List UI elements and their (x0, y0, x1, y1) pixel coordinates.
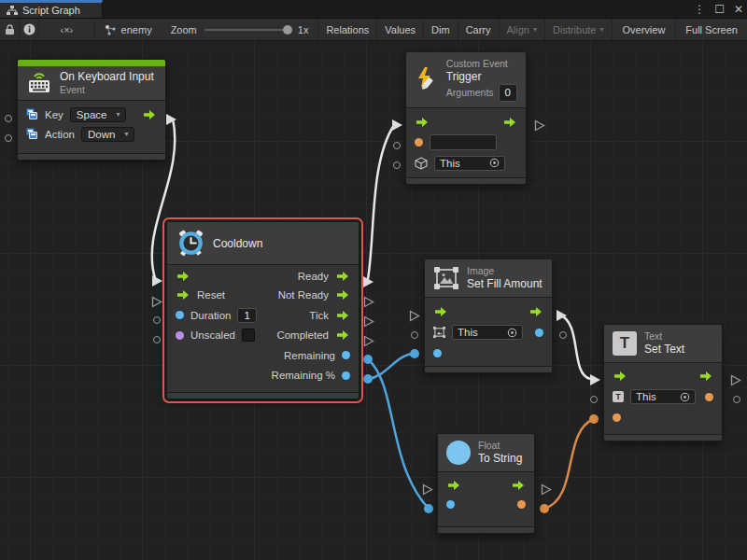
port-flow-in[interactable] (409, 310, 420, 322)
float-port-dot[interactable] (342, 351, 350, 359)
text-value-port-dot[interactable] (613, 413, 621, 422)
node-float-to-string[interactable]: Float To String (437, 433, 535, 534)
port-target-input[interactable] (393, 161, 401, 169)
object-picker-icon[interactable] (507, 328, 517, 338)
wire-endpoint (410, 349, 419, 358)
distribute-button[interactable]: Distribute ▾ (545, 19, 612, 40)
node-text-set-text[interactable]: T Text Set Text T This (603, 324, 723, 441)
port-action-input[interactable] (5, 134, 12, 142)
node-on-keyboard-input[interactable]: On Keyboard Input Event Key Space ▾ Acti… (17, 59, 166, 161)
zoom-slider[interactable] (204, 29, 290, 31)
flow-out-arrow[interactable] (502, 117, 517, 128)
tab-script-graph[interactable]: Script Graph (0, 0, 103, 18)
arguments-value-box[interactable]: 0 (499, 84, 517, 101)
port-not-ready-out[interactable] (363, 296, 374, 308)
port-flow-out[interactable] (541, 483, 552, 496)
menu-icon[interactable]: ⋮ (694, 0, 705, 19)
graph-canvas[interactable]: On Keyboard Input Event Key Space ▾ Acti… (0, 41, 747, 560)
node-cooldown[interactable]: Cooldown Reset Duration 1 (166, 221, 359, 399)
target-field[interactable]: This (434, 156, 505, 171)
float-port-dot[interactable] (342, 371, 350, 380)
argument-input[interactable] (430, 134, 497, 150)
port-row-completed: Completed (263, 326, 359, 346)
flow-out-arrow[interactable] (335, 271, 350, 282)
target-value: This (440, 158, 460, 169)
flow-in-arrow[interactable] (415, 117, 430, 128)
port-flow-in-connected[interactable] (151, 274, 163, 287)
close-icon[interactable]: ✕ (734, 0, 743, 19)
float-port-dot[interactable] (176, 311, 184, 319)
image-out-port-dot[interactable] (535, 329, 543, 337)
info-button[interactable] (20, 19, 39, 40)
port-flow-out-connected[interactable] (556, 309, 568, 322)
bool-port-dot[interactable] (176, 331, 184, 340)
flow-in-arrow[interactable] (613, 371, 627, 382)
node-image-set-fill-amount[interactable]: Image Set Fill Amount (424, 259, 553, 373)
overview-button[interactable]: Overview (613, 19, 677, 40)
flow-out-arrow[interactable] (529, 306, 543, 317)
port-key-input[interactable] (5, 115, 12, 122)
align-button[interactable]: Align ▾ (500, 19, 545, 40)
port-flow-in-connected[interactable] (391, 119, 403, 132)
flow-out-arrow[interactable] (335, 289, 350, 301)
string-port-dot[interactable] (415, 138, 423, 147)
fill-amount-port-dot[interactable] (433, 349, 442, 357)
connection-values-toggle[interactable]: ‹×› (39, 19, 95, 40)
flow-out-arrow[interactable] (142, 109, 157, 120)
port-target-input[interactable] (411, 331, 418, 339)
port-flow-out[interactable] (730, 374, 741, 386)
port-target-input[interactable] (590, 396, 598, 403)
flow-out-arrow[interactable] (335, 310, 350, 321)
flow-out-arrow[interactable] (335, 329, 350, 341)
graph-breadcrumb[interactable]: enemy (95, 19, 162, 40)
align-label: Align (507, 24, 529, 35)
flow-in-arrow[interactable] (176, 289, 190, 301)
target-field[interactable]: This (452, 325, 523, 340)
object-picker-icon[interactable] (680, 392, 690, 402)
action-value: Down (88, 129, 115, 140)
arguments-row: Arguments 0 (446, 84, 517, 101)
port-flow-in-connected[interactable] (589, 373, 601, 386)
carry-button[interactable]: Carry (458, 19, 500, 40)
target-field[interactable]: This (630, 389, 696, 404)
port-flow-out-connected[interactable] (165, 113, 177, 126)
port-row-text-value (604, 407, 722, 427)
unscaled-checkbox[interactable] (242, 329, 255, 342)
script-graph-window: Script Graph ⋮ ☐ ✕ ‹×› (0, 0, 747, 560)
port-row-values (438, 495, 534, 514)
port-flow-out[interactable] (534, 119, 545, 132)
text-small-icon: T (613, 391, 624, 402)
fullscreen-button[interactable]: Full Screen (676, 19, 747, 40)
port-argument-input[interactable] (393, 142, 401, 149)
text-out-port-dot[interactable] (705, 393, 713, 401)
node-trigger-custom-event[interactable]: Custom Event Trigger Arguments 0 (405, 51, 527, 185)
port-tick-out[interactable] (363, 315, 374, 328)
object-picker-icon[interactable] (489, 158, 500, 168)
port-reset-in[interactable] (151, 296, 162, 308)
string-out-port-dot[interactable] (517, 500, 526, 509)
port-completed-out[interactable] (363, 335, 374, 347)
wire-endpoint (589, 414, 599, 424)
action-dropdown[interactable]: Down ▾ (81, 127, 134, 142)
maximize-icon[interactable]: ☐ (714, 0, 725, 19)
flow-in-arrow[interactable] (176, 271, 190, 282)
port-ready-out-connected[interactable] (362, 275, 374, 288)
flow-in-arrow[interactable] (446, 480, 461, 491)
port-image-output[interactable] (559, 331, 567, 339)
duration-value-box[interactable]: 1 (237, 308, 256, 323)
relations-button[interactable]: Relations (318, 19, 377, 40)
zoom-slider-knob[interactable] (283, 25, 292, 35)
port-text-output[interactable] (733, 396, 740, 403)
flow-out-arrow[interactable] (511, 480, 526, 491)
dim-button[interactable]: Dim (424, 19, 458, 40)
values-button[interactable]: Values (377, 19, 424, 40)
float-in-port-dot[interactable] (446, 500, 455, 509)
key-dropdown[interactable]: Space ▾ (70, 107, 127, 122)
graph-name: enemy (121, 24, 152, 35)
port-duration-input[interactable] (153, 316, 161, 324)
port-unscaled-input[interactable] (153, 336, 161, 343)
flow-out-arrow[interactable] (698, 371, 713, 382)
port-flow-in[interactable] (422, 483, 433, 496)
lock-button[interactable] (0, 19, 20, 40)
flow-in-arrow[interactable] (433, 306, 448, 317)
